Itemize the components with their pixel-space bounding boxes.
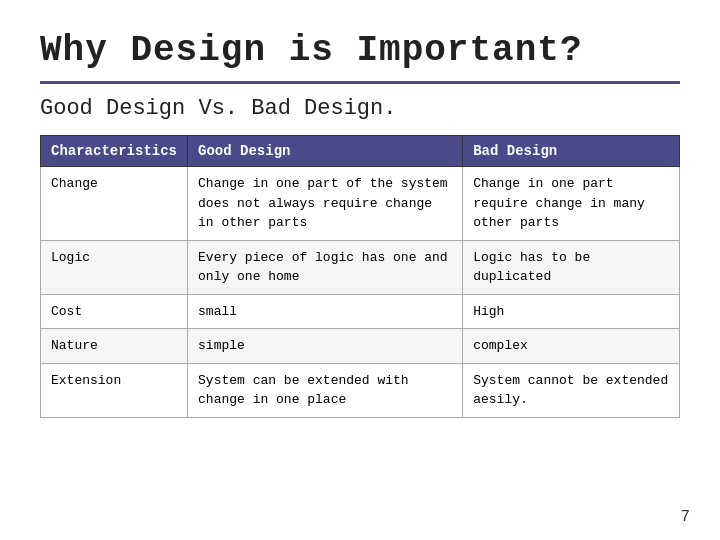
- cell-characteristic: Cost: [41, 294, 188, 329]
- cell-characteristic: Nature: [41, 329, 188, 364]
- page-number: 7: [680, 508, 690, 526]
- cell-good-design: small: [188, 294, 463, 329]
- table-row: CostsmallHigh: [41, 294, 680, 329]
- cell-good-design: Change in one part of the system does no…: [188, 167, 463, 241]
- col-header-characteristics: Characteristics: [41, 136, 188, 167]
- col-header-bad-design: Bad Design: [463, 136, 680, 167]
- cell-bad-design: Change in one part require change in man…: [463, 167, 680, 241]
- table-header-row: Characteristics Good Design Bad Design: [41, 136, 680, 167]
- slide-subtitle: Good Design Vs. Bad Design.: [40, 96, 680, 121]
- cell-characteristic: Change: [41, 167, 188, 241]
- slide-title: Why Design is Important?: [40, 30, 680, 71]
- cell-characteristic: Extension: [41, 363, 188, 417]
- cell-good-design: simple: [188, 329, 463, 364]
- slide: Why Design is Important? Good Design Vs.…: [0, 0, 720, 540]
- table-row: ExtensionSystem can be extended with cha…: [41, 363, 680, 417]
- table-row: LogicEvery piece of logic has one and on…: [41, 240, 680, 294]
- title-divider: [40, 81, 680, 84]
- cell-characteristic: Logic: [41, 240, 188, 294]
- cell-bad-design: Logic has to be duplicated: [463, 240, 680, 294]
- col-header-good-design: Good Design: [188, 136, 463, 167]
- comparison-table: Characteristics Good Design Bad Design C…: [40, 135, 680, 418]
- cell-good-design: Every piece of logic has one and only on…: [188, 240, 463, 294]
- cell-bad-design: System cannot be extended aesily.: [463, 363, 680, 417]
- table-row: ChangeChange in one part of the system d…: [41, 167, 680, 241]
- table-row: Naturesimplecomplex: [41, 329, 680, 364]
- cell-bad-design: High: [463, 294, 680, 329]
- cell-bad-design: complex: [463, 329, 680, 364]
- cell-good-design: System can be extended with change in on…: [188, 363, 463, 417]
